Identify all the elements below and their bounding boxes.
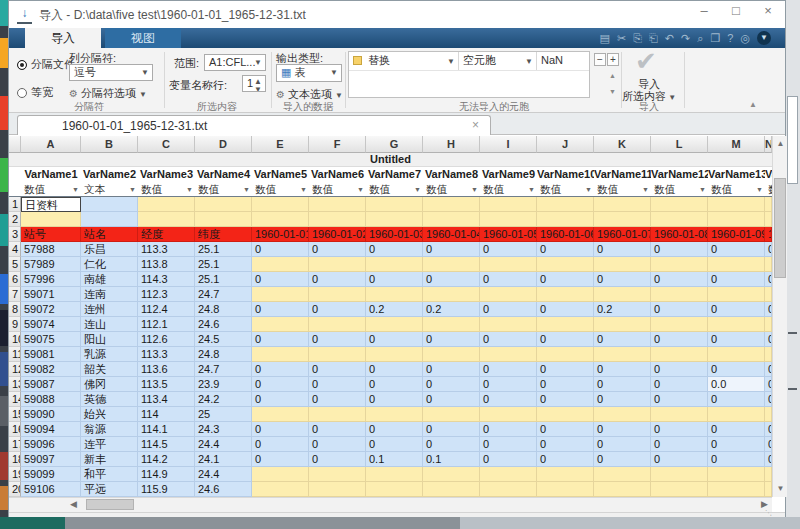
row-number[interactable]: 18 xyxy=(9,452,21,467)
ribbon-collapse-icon[interactable]: ▲ xyxy=(749,100,757,109)
cell[interactable]: 站名 xyxy=(81,227,138,242)
cell[interactable]: 0 xyxy=(765,362,772,377)
cell[interactable] xyxy=(366,407,423,422)
chevron-down-icon[interactable]: ▼ xyxy=(471,183,478,197)
close-icon[interactable]: × xyxy=(472,118,479,132)
cell[interactable]: 0 xyxy=(423,392,480,407)
row-number[interactable]: 19 xyxy=(9,467,21,482)
cell[interactable]: 59099 xyxy=(21,467,81,482)
cell[interactable] xyxy=(651,482,708,497)
radio-delimited-file[interactable]: 分隔文件 xyxy=(17,57,75,72)
cell[interactable]: 0 xyxy=(537,302,594,317)
cell[interactable]: 0 xyxy=(309,332,366,347)
cell[interactable]: 0 xyxy=(309,437,366,452)
close-button[interactable]: × xyxy=(759,3,777,18)
type-selector-cell[interactable]: 数值▼ xyxy=(537,182,594,197)
title-bar[interactable]: ↓ 导入 - D:\data\five test\1960-01-01_1965… xyxy=(9,1,785,28)
cell[interactable]: 1 xyxy=(765,227,772,242)
cell[interactable] xyxy=(252,212,309,227)
column-header-D[interactable]: D xyxy=(195,136,252,153)
row-number[interactable]: 20 xyxy=(9,482,21,497)
cell[interactable]: 0 xyxy=(309,392,366,407)
cell[interactable] xyxy=(765,482,772,497)
cell[interactable]: 0 xyxy=(765,332,772,347)
cell[interactable] xyxy=(651,197,708,212)
cell[interactable]: 24.4 xyxy=(195,437,252,452)
cell[interactable]: 0 xyxy=(252,452,309,467)
cell[interactable] xyxy=(708,317,765,332)
undo-icon[interactable]: ↶ xyxy=(665,29,674,47)
cell[interactable] xyxy=(138,197,195,212)
cell[interactable] xyxy=(765,212,772,227)
column-header-K[interactable]: K xyxy=(594,136,651,153)
cell[interactable]: 0.2 xyxy=(366,302,423,317)
row-number[interactable]: 1 xyxy=(9,197,21,212)
cell[interactable]: 23.9 xyxy=(195,377,252,392)
cell[interactable]: 0 xyxy=(366,392,423,407)
cell[interactable]: 1960-01-09 xyxy=(708,227,765,242)
cell[interactable] xyxy=(537,212,594,227)
cell[interactable] xyxy=(708,407,765,422)
cell[interactable] xyxy=(651,317,708,332)
resources-icon[interactable]: ◎ xyxy=(740,29,750,47)
cell[interactable] xyxy=(480,407,537,422)
cell[interactable] xyxy=(309,482,366,497)
cell[interactable]: 0 xyxy=(252,242,309,257)
scroll-down-icon[interactable]: ▼ xyxy=(773,481,788,497)
cell[interactable] xyxy=(309,257,366,272)
cell[interactable] xyxy=(537,407,594,422)
type-selector-cell[interactable]: 数值▼ xyxy=(651,182,708,197)
cell[interactable]: 0 xyxy=(480,392,537,407)
scroll-left-icon[interactable]: ◀ xyxy=(66,498,81,512)
row-number[interactable]: 8 xyxy=(9,302,21,317)
cell[interactable]: 59072 xyxy=(21,302,81,317)
cell[interactable]: 25.1 xyxy=(195,257,252,272)
cell[interactable] xyxy=(480,317,537,332)
layout-icon[interactable]: ❒ xyxy=(710,29,720,47)
rule-target-combobox[interactable]: 空元胞 ▼ xyxy=(459,52,537,70)
type-selector-cell[interactable]: 数值▼ xyxy=(423,182,480,197)
cell[interactable]: 0 xyxy=(537,272,594,287)
cell[interactable]: 0 xyxy=(366,377,423,392)
cell[interactable] xyxy=(252,407,309,422)
cell[interactable]: 0 xyxy=(651,332,708,347)
cell[interactable]: 0 xyxy=(252,377,309,392)
cell[interactable]: 1960-01-04 xyxy=(423,227,480,242)
cell[interactable] xyxy=(366,257,423,272)
cell[interactable]: 经度 xyxy=(138,227,195,242)
cell[interactable]: 0 xyxy=(651,302,708,317)
cell[interactable]: 1960-01-06 xyxy=(537,227,594,242)
cell[interactable] xyxy=(537,287,594,302)
type-selector-cell[interactable]: 数值▼ xyxy=(309,182,366,197)
cell[interactable]: 和平 xyxy=(81,467,138,482)
type-selector-cell[interactable]: 数值▼ xyxy=(594,182,651,197)
cell[interactable]: 59094 xyxy=(21,422,81,437)
cell[interactable] xyxy=(651,467,708,482)
row-number[interactable]: 12 xyxy=(9,362,21,377)
column-header-F[interactable]: F xyxy=(309,136,366,153)
cell[interactable]: 0 xyxy=(765,392,772,407)
varname-cell[interactable]: VarName5 xyxy=(252,167,309,182)
column-header-H[interactable]: H xyxy=(423,136,480,153)
varname-cell[interactable]: VarName11 xyxy=(594,167,651,182)
cell[interactable] xyxy=(651,347,708,362)
cell[interactable] xyxy=(309,212,366,227)
cell[interactable]: 0 xyxy=(537,392,594,407)
rules-scroll-down-icon[interactable]: ▼ xyxy=(609,88,616,95)
cell[interactable]: 0 xyxy=(708,332,765,347)
cell[interactable]: 0 xyxy=(366,422,423,437)
cell[interactable] xyxy=(765,317,772,332)
rule-action-combobox[interactable]: 替换 ▼ xyxy=(349,52,459,70)
cell[interactable]: 0 xyxy=(594,272,651,287)
varname-cell[interactable]: VarName3 xyxy=(138,167,195,182)
row-number[interactable]: 17 xyxy=(9,437,21,452)
cell[interactable]: 0 xyxy=(708,392,765,407)
cell[interactable]: 0 xyxy=(765,272,772,287)
cell[interactable]: 113.3 xyxy=(138,347,195,362)
chevron-down-icon[interactable]: ▼ xyxy=(699,183,706,197)
cell[interactable] xyxy=(138,212,195,227)
cell[interactable] xyxy=(651,407,708,422)
column-header-N[interactable]: N xyxy=(765,136,772,153)
cell[interactable] xyxy=(195,212,252,227)
cell[interactable]: 0 xyxy=(309,362,366,377)
